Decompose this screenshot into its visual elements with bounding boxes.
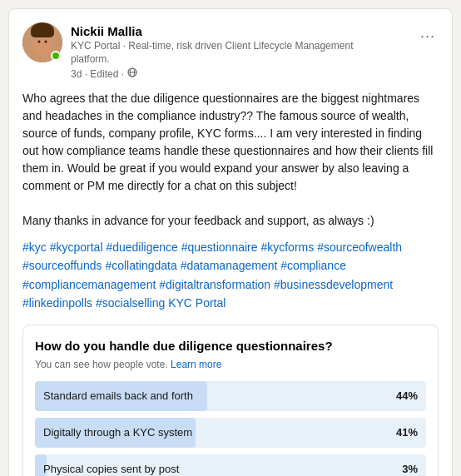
globe-icon [127,67,137,82]
post-paragraph-2: Many thanks in advance for your feedback… [22,212,439,230]
hashtag-kycportal[interactable]: #kycportal [50,240,107,254]
poll-option-pct-1: 41% [396,425,418,440]
hashtag-duediligence[interactable]: #duediligence [106,240,181,254]
user-subtitle: KYC Portal · Real-time, risk driven Clie… [71,40,387,66]
poll-option-1[interactable]: Digitally through a KYC system 41% [35,418,426,448]
hashtag-questionnaire[interactable]: #questionnaire [181,240,261,254]
svg-rect-5 [31,29,54,37]
more-options-button[interactable]: ··· [417,22,439,50]
user-details: Nickii Mallia KYC Portal · Real-time, ri… [71,22,387,82]
avatar[interactable] [22,22,62,62]
hashtag-kycportal-brand[interactable]: KYC Portal [168,296,226,310]
learn-more-link[interactable]: Learn more [171,359,221,370]
poll-option-pct-0: 44% [396,389,418,404]
post-time: 3d · Edited · [71,67,124,82]
poll-option-0[interactable]: Standard emails back and forth 44% [35,381,426,411]
user-info-section: Nickii Mallia KYC Portal · Real-time, ri… [22,22,387,82]
post-paragraph-1: Who agrees that the due diligence questi… [22,90,439,195]
hashtag-linkedinpolls[interactable]: #linkedinpolls [22,296,96,310]
hashtag-kyc[interactable]: #kyc [22,240,50,254]
hashtag-datamanagement[interactable]: #datamanagement [181,259,281,272]
poll-subtitle-text: You can see how people vote. [35,359,168,370]
hashtag-sourceoffunds[interactable]: #sourceoffunds [22,259,105,272]
poll-subtitle: You can see how people vote. Learn more [35,358,426,372]
hashtag-compliancemanagement[interactable]: #compliancemanagement [22,278,159,291]
poll-title: How do you handle due diligence question… [35,337,426,355]
poll-section: How do you handle due diligence question… [22,325,439,476]
poll-bar-bg-1: Digitally through a KYC system 41% [35,418,426,448]
poll-bar-bg-2: Physical copies sent by post 3% [35,454,426,476]
hashtag-sourceofwealth[interactable]: #sourceofwealth [317,240,402,254]
hashtag-businessdevelopment[interactable]: #businessdevelopment [274,278,393,291]
poll-options: Standard emails back and forth 44% Digit… [35,381,426,476]
poll-option-label-1: Digitally through a KYC system [43,425,192,440]
poll-bar-bg-0: Standard emails back and forth 44% [35,381,426,411]
post-body-text: Who agrees that the due diligence questi… [22,90,439,230]
svg-point-4 [45,41,47,43]
user-name[interactable]: Nickii Mallia [71,22,387,40]
hashtag-kycforms[interactable]: #kycforms [260,240,317,254]
hashtag-digitaltransformation[interactable]: #digitaltransformation [159,278,274,291]
post-card: Nickii Mallia KYC Portal · Real-time, ri… [8,8,453,476]
post-header: Nickii Mallia KYC Portal · Real-time, ri… [22,22,439,82]
poll-option-label-2: Physical copies sent by post [43,462,179,476]
svg-point-3 [38,41,41,43]
poll-option-label-0: Standard emails back and forth [43,389,193,404]
poll-option-2[interactable]: Physical copies sent by post 3% [35,454,426,476]
poll-option-pct-2: 3% [402,462,418,476]
hashtags-section: #kyc #kycportal #duediligence #questionn… [22,238,439,313]
user-meta: 3d · Edited · [71,67,387,82]
hashtag-socialselling[interactable]: #socialselling [96,296,168,310]
hashtag-collatingdata[interactable]: #collatingdata [105,259,180,272]
hashtag-compliance[interactable]: #compliance [280,259,346,272]
online-status-dot [51,51,61,61]
